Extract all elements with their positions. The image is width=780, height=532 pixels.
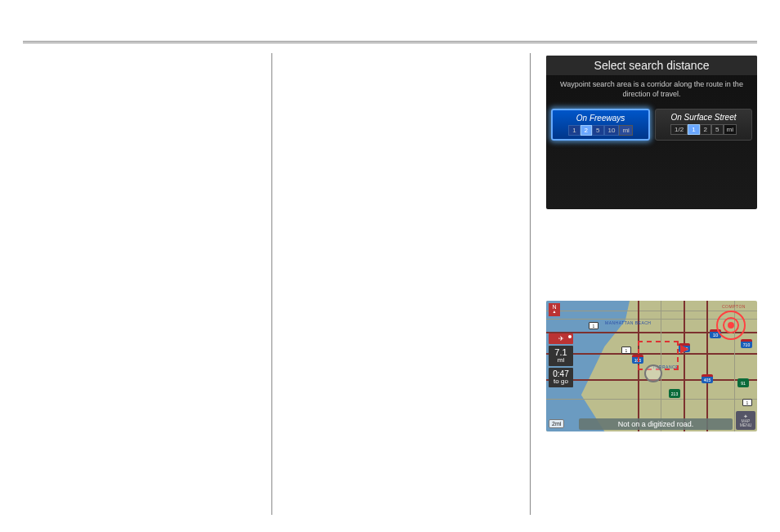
dist-btn-b-5[interactable]: 5 [711,124,723,135]
city-label-compton: COMPTON [722,304,746,309]
current-position-ring [644,364,662,382]
panel-description: Waypoint search area is a corridor along… [546,75,757,104]
destination-center [728,322,734,329]
north-arrow-icon[interactable]: N ▲ [549,303,560,316]
option-on-surface-street-label: On Surface Street [659,113,748,122]
option-on-freeways[interactable]: On Freeways 1 2 5 10 mi [551,109,650,141]
waypoint-flag-icon: ▶ [680,342,689,355]
page-divider-b [23,42,757,43]
map-hud: ✈ 7.1 mi 0:47 to go [549,333,573,389]
shield-sr213: 213 [669,389,680,398]
destination-marker [716,311,749,343]
trip-distance: 7.1 mi [549,346,573,366]
shield-sr1-c: 1 [742,399,752,406]
shield-i405: 405 [702,374,713,383]
option-on-surface-street[interactable]: On Surface Street 1/2 1 2 5 mi [655,109,752,141]
dist-btn-5[interactable]: 5 [592,125,603,136]
dist-btn-half[interactable]: 1/2 [670,124,688,135]
dist-unit-a: mi [619,125,632,136]
map-panel: MANHATTAN BEACH TORRANCE COMPTON 1 1 1 1… [546,301,757,431]
shield-sr91: 91 [737,378,749,387]
column-separator-right [530,53,531,515]
shield-sr1-a: 1 [589,322,598,329]
dist-btn-10[interactable]: 10 [604,125,620,136]
dist-btn-2[interactable]: 2 [581,125,592,136]
status-message: Not on a digitized road. [579,418,733,430]
city-label-manhattan-beach: MANHATTAN BEACH [605,320,651,325]
trip-time: 0:47 to go [549,368,573,387]
road-i110 [684,301,685,431]
option-on-freeways-label: On Freeways [556,114,645,123]
trip-distance-unit: mi [550,357,572,364]
option-on-surface-street-distances: 1/2 1 2 5 mi [659,124,748,135]
page-divider-a [23,41,757,42]
dist-btn-1[interactable]: 1 [568,125,580,136]
road [546,399,757,400]
road-i710 [706,301,708,431]
option-on-freeways-distances: 1 2 5 10 mi [556,125,645,136]
dist-btn-b-2[interactable]: 2 [700,124,711,135]
map-menu-button[interactable]: ✦ MAP MENU [736,411,755,430]
map-scale[interactable]: 2mi [549,419,564,428]
panel-title: Select search distance [546,56,757,75]
traffic-icon[interactable]: ✈ [549,333,573,344]
select-search-distance-panel: Select search distance Waypoint search a… [546,56,757,209]
map-menu-label: MAP MENU [737,419,754,427]
dist-unit-b: mi [724,124,737,135]
dist-btn-b-1[interactable]: 1 [688,124,699,135]
column-separator-left [271,53,272,515]
shield-sr1-b: 1 [621,346,631,354]
trip-time-label: to go [550,378,572,386]
